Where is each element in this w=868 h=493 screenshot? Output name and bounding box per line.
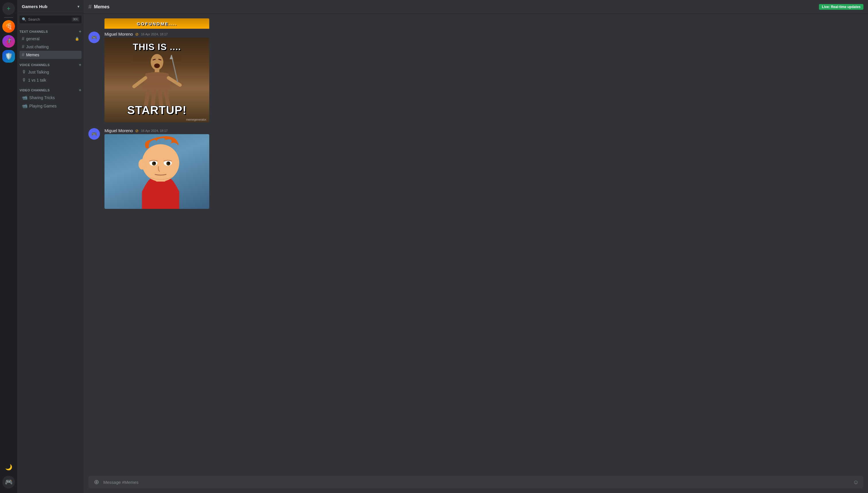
- hash-icon: #: [22, 44, 24, 49]
- channel-name-just-talking: Just Talking: [28, 70, 79, 74]
- server-header[interactable]: Gamers Hub ▾: [17, 0, 84, 13]
- channel-header: # Memes Live: Real-time updates: [84, 0, 868, 14]
- message-image-2: [105, 134, 209, 209]
- channel-item-just-talking[interactable]: 🎙 Just Talking: [20, 68, 82, 76]
- channel-name-playing-games: Playing Games: [29, 104, 79, 108]
- search-label: Search: [28, 17, 40, 22]
- channel-sidebar: Gamers Hub ▾ 🔍 Search ⌘K TEXT CHANNELS +…: [17, 0, 84, 493]
- svg-point-6: [154, 64, 160, 68]
- message-header-1: Miguel Moreno ⊘ 16 Apr 2024, 18:17: [105, 31, 863, 37]
- svg-point-17: [168, 162, 169, 164]
- live-badge[interactable]: Live: Real-time updates: [819, 4, 863, 10]
- search-shortcut: ⌘K: [72, 17, 79, 22]
- voice-channels-label: VOICE CHANNELS: [20, 63, 50, 67]
- channel-item-1v1-talk[interactable]: 🎙 1 vs 1 talk: [20, 76, 82, 84]
- svg-point-10: [142, 144, 179, 181]
- add-attachment-button[interactable]: ⊕: [93, 476, 100, 488]
- server-icon-hero[interactable]: 🦸: [2, 35, 15, 48]
- server-icon-pizza[interactable]: 🍕: [2, 20, 15, 33]
- messages-area[interactable]: GOFUNDME.... 🎮 Miguel Moreno ⊘ 16 Apr 20…: [84, 14, 868, 476]
- main-content: # Memes Live: Real-time updates GOFUNDME…: [84, 0, 868, 493]
- moon-icon[interactable]: 🌙: [2, 461, 15, 473]
- add-video-channel-button[interactable]: +: [79, 88, 82, 93]
- status-icon-1: ⊘: [135, 32, 139, 37]
- channel-header-name: Memes: [94, 4, 109, 9]
- add-server-button[interactable]: +: [2, 2, 15, 15]
- channel-header-left: # Memes: [88, 3, 109, 10]
- video-channels-section: VIDEO CHANNELS + 📹 Sharing Tricks 📹 Play…: [17, 86, 84, 110]
- lock-icon: 🔒: [75, 37, 79, 41]
- status-icon-2: ⊘: [135, 128, 139, 133]
- message-username-2: Miguel Moreno: [105, 128, 133, 133]
- search-icon: 🔍: [22, 17, 26, 22]
- hash-icon: #: [22, 52, 24, 58]
- hash-icon: #: [22, 36, 24, 41]
- channel-name-sharing-tricks: Sharing Tricks: [29, 95, 79, 100]
- message-timestamp-1: 16 Apr 2024, 18:17: [141, 33, 168, 36]
- message-input-area: ⊕ ☺: [84, 476, 868, 493]
- avatar-miguel-2: 🎮: [88, 128, 100, 140]
- voice-channels-header[interactable]: VOICE CHANNELS +: [17, 61, 84, 68]
- text-channels-label: TEXT CHANNELS: [20, 30, 48, 33]
- chevron-down-icon: ▾: [77, 5, 79, 8]
- svg-marker-5: [169, 55, 173, 59]
- channel-item-general[interactable]: # general 🔒: [20, 35, 82, 43]
- message-group-1: 🎮 Miguel Moreno ⊘ 16 Apr 2024, 18:17: [84, 31, 868, 123]
- emoji-button[interactable]: ☺: [853, 479, 859, 486]
- microphone-icon: 🎙: [22, 69, 26, 75]
- meme1-text-bottom: STARTUP!: [127, 104, 187, 116]
- message-input[interactable]: [103, 477, 850, 488]
- partial-message: GOFUNDME....: [84, 18, 868, 29]
- user-avatar[interactable]: 🎮: [2, 476, 15, 488]
- video-icon: 📹: [22, 103, 27, 109]
- meme1-text-top: THIS IS ....: [133, 42, 181, 52]
- text-channels-header[interactable]: TEXT CHANNELS +: [17, 28, 84, 35]
- server-icon-shield[interactable]: 🛡️: [2, 50, 15, 63]
- channels-list: TEXT CHANNELS + # general 🔒 # Just chatt…: [17, 26, 84, 493]
- channel-name-1v1-talk: 1 vs 1 talk: [28, 78, 79, 83]
- message-username-1: Miguel Moreno: [105, 31, 133, 37]
- svg-point-14: [154, 162, 155, 164]
- add-voice-channel-button[interactable]: +: [79, 62, 82, 67]
- message-image-1: THIS IS .... STARTUP! memegenerator.: [105, 38, 209, 122]
- video-channels-label: VIDEO CHANNELS: [20, 88, 50, 92]
- video-icon: 📹: [22, 95, 27, 100]
- meme1-watermark: memegenerator.: [186, 118, 207, 121]
- channel-name-general: general: [26, 37, 73, 41]
- channel-item-just-chatting[interactable]: # Just chatting: [20, 43, 82, 51]
- microphone-icon: 🎙: [22, 78, 26, 83]
- avatar-miguel-1: 🎮: [88, 31, 100, 43]
- voice-channels-section: VOICE CHANNELS + 🎙 Just Talking 🎙 1 vs 1…: [17, 61, 84, 84]
- channel-name-memes: Memes: [26, 52, 79, 57]
- channel-item-memes[interactable]: # Memes: [20, 51, 82, 59]
- message-input-container: ⊕ ☺: [88, 476, 863, 488]
- channel-name-just-chatting: Just chatting: [26, 45, 79, 49]
- message-timestamp-2: 16 Apr 2024, 18:17: [141, 129, 168, 132]
- channel-item-sharing-tricks[interactable]: 📹 Sharing Tricks: [20, 93, 82, 102]
- sidebar-bottom: 🌙 🎮: [2, 461, 15, 491]
- svg-point-11: [138, 159, 145, 170]
- message-group-2: 🎮 Miguel Moreno ⊘ 16 Apr 2024, 18:17: [84, 128, 868, 210]
- text-channels-section: TEXT CHANNELS + # general 🔒 # Just chatt…: [17, 28, 84, 59]
- server-divider: [4, 17, 13, 18]
- message-header-2: Miguel Moreno ⊘ 16 Apr 2024, 18:17: [105, 128, 863, 133]
- search-left: 🔍 Search: [22, 17, 40, 22]
- channel-item-playing-games[interactable]: 📹 Playing Games: [20, 102, 82, 110]
- partial-message-text: GOFUNDME....: [137, 21, 177, 26]
- channel-header-hash-icon: #: [88, 3, 92, 10]
- server-sidebar: + 🍕 🦸 🛡️ 🌙 🎮: [0, 0, 17, 493]
- video-channels-header[interactable]: VIDEO CHANNELS +: [17, 86, 84, 93]
- search-bar[interactable]: 🔍 Search ⌘K: [20, 16, 82, 23]
- server-name: Gamers Hub: [22, 4, 47, 9]
- add-text-channel-button[interactable]: +: [79, 29, 82, 34]
